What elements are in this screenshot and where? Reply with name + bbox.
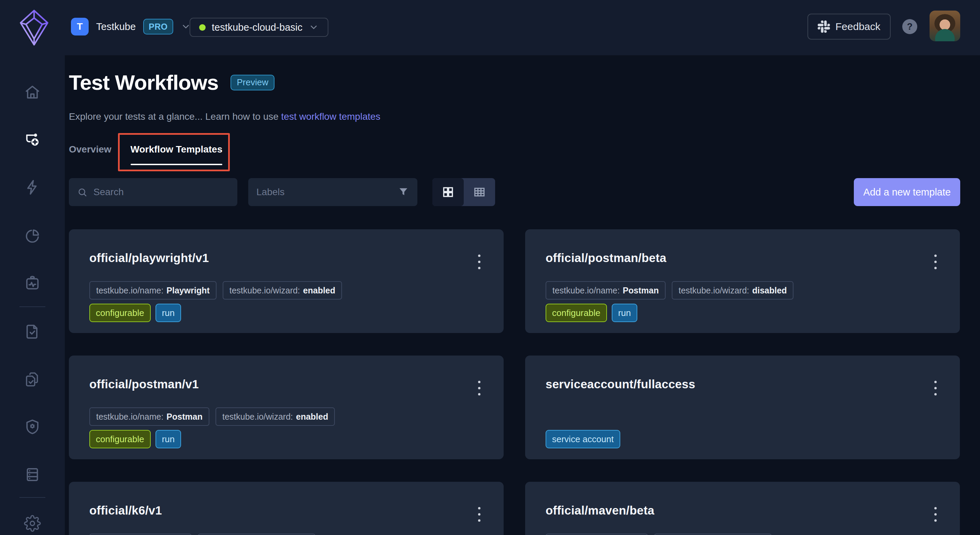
kebab-dot xyxy=(478,513,480,516)
sidebar-item-home[interactable] xyxy=(24,84,41,101)
insights-icon xyxy=(24,228,41,244)
template-card[interactable]: official/k6/v1 xyxy=(69,482,504,535)
monitoring-icon xyxy=(24,275,41,292)
sources-icon xyxy=(24,466,41,483)
card-title: official/k6/v1 xyxy=(89,504,162,517)
user-avatar[interactable] xyxy=(929,11,960,41)
sidebar-item-test-workflows[interactable] xyxy=(24,132,41,149)
labels-filter-select[interactable]: Labels xyxy=(248,178,417,206)
testkube-logo-icon xyxy=(19,9,49,46)
label-chip-row xyxy=(546,533,772,535)
card-menu-button[interactable] xyxy=(928,376,943,400)
org-avatar: T xyxy=(71,18,89,35)
label-key: testkube.io/name: xyxy=(552,286,620,295)
table-view-button[interactable] xyxy=(464,178,495,206)
label-chip xyxy=(546,533,648,535)
search-input[interactable] xyxy=(69,178,237,206)
kebab-dot xyxy=(478,507,480,509)
label-chip xyxy=(198,533,315,535)
kebab-dot xyxy=(934,513,937,516)
env-status-dot xyxy=(199,24,205,31)
page-title: Test Workflows xyxy=(69,70,218,94)
env-name: testkube-cloud-basic xyxy=(212,22,302,33)
tab-bar: Overview Workflow Templates xyxy=(69,141,222,165)
badge-run: run xyxy=(156,430,181,448)
kebab-dot xyxy=(478,261,480,263)
settings-icon xyxy=(24,515,41,532)
preview-badge: Preview xyxy=(231,75,274,90)
kebab-dot xyxy=(934,519,937,522)
grid-view-icon xyxy=(442,185,455,198)
badge-service-account: service account xyxy=(546,430,620,448)
test-suites-icon xyxy=(24,371,41,388)
card-title: official/playwright/v1 xyxy=(89,251,209,265)
tab-workflow-templates[interactable]: Workflow Templates xyxy=(130,141,223,165)
card-menu-button[interactable] xyxy=(472,376,487,400)
label-value: enabled xyxy=(303,286,335,295)
add-template-button[interactable]: Add a new template xyxy=(854,178,960,206)
template-card[interactable]: official/playwright/v1testkube.io/name:P… xyxy=(69,229,504,333)
label-value: Postman xyxy=(623,286,659,295)
kebab-dot xyxy=(478,254,480,257)
label-chip: testkube.io/name:Postman xyxy=(546,281,666,300)
feedback-label: Feedback xyxy=(835,21,880,32)
badge-configurable: configurable xyxy=(89,430,151,448)
kebab-dot xyxy=(934,507,937,509)
card-title: official/maven/beta xyxy=(546,504,654,517)
card-title: official/postman/v1 xyxy=(89,377,199,391)
plan-badge: PRO xyxy=(143,19,173,35)
kebab-dot xyxy=(478,267,480,269)
help-button[interactable]: ? xyxy=(902,19,917,34)
card-title: serviceaccount/fullaccess xyxy=(546,377,695,391)
label-chip: testkube.io/name:Playwright xyxy=(89,281,216,300)
question-icon: ? xyxy=(907,21,913,32)
badge-run: run xyxy=(612,303,638,322)
kebab-dot xyxy=(478,381,480,383)
sidebar-divider xyxy=(19,307,45,307)
table-view-icon xyxy=(473,185,486,198)
sidebar-item-test-suites[interactable] xyxy=(24,371,41,388)
badge-row: configurablerun xyxy=(89,303,181,322)
environment-selector[interactable]: testkube-cloud-basic xyxy=(189,18,328,37)
subtitle-text: Explore your tests at a glance... Learn … xyxy=(69,111,281,122)
org-name: Testkube xyxy=(96,21,136,32)
label-value: disabled xyxy=(752,286,787,295)
sidebar-item-tests[interactable] xyxy=(24,323,41,340)
label-chip-row: testkube.io/name:Postmantestkube.io/wiza… xyxy=(89,407,335,426)
badge-run: run xyxy=(156,303,181,322)
template-card[interactable]: official/maven/beta xyxy=(525,482,960,535)
card-menu-button[interactable] xyxy=(472,502,487,526)
label-chip xyxy=(89,533,192,535)
sidebar-item-monitoring[interactable] xyxy=(24,275,41,292)
kebab-dot xyxy=(478,519,480,522)
label-value: enabled xyxy=(296,412,328,422)
sidebar-item-sources[interactable] xyxy=(24,466,41,483)
feedback-button[interactable]: Feedback xyxy=(807,14,891,40)
kebab-dot xyxy=(934,254,937,257)
card-menu-button[interactable] xyxy=(928,250,943,274)
filter-funnel-icon xyxy=(398,186,409,198)
org-switcher[interactable]: T Testkube PRO xyxy=(71,17,191,36)
executors-icon xyxy=(24,418,41,435)
template-card[interactable]: serviceaccount/fullaccessservice account xyxy=(525,356,960,459)
template-card[interactable]: official/postman/v1testkube.io/name:Post… xyxy=(69,356,504,459)
kebab-dot xyxy=(934,387,937,389)
tab-overview[interactable]: Overview xyxy=(69,141,111,165)
app: T Testkube PRO testkube-cloud-basic Feed… xyxy=(0,0,980,535)
label-key: testkube.io/wizard: xyxy=(679,286,749,295)
subtitle-link[interactable]: test workflow templates xyxy=(281,111,380,122)
badge-row: configurablerun xyxy=(546,303,637,322)
sidebar-item-executors[interactable] xyxy=(24,418,41,435)
sidebar-item-settings[interactable] xyxy=(24,515,41,532)
card-menu-button[interactable] xyxy=(472,250,487,274)
sidebar-item-insights[interactable] xyxy=(24,228,41,244)
chevron-down-icon xyxy=(309,22,319,32)
template-card[interactable]: official/postman/betatestkube.io/name:Po… xyxy=(525,229,960,333)
label-chip xyxy=(654,533,772,535)
card-title: official/postman/beta xyxy=(546,251,666,265)
label-value: Playwright xyxy=(166,286,209,295)
label-chip: testkube.io/wizard:enabled xyxy=(215,407,335,426)
card-menu-button[interactable] xyxy=(928,502,943,526)
grid-view-button[interactable] xyxy=(433,178,464,206)
label-chip-row: testkube.io/name:Playwrighttestkube.io/w… xyxy=(89,281,342,300)
